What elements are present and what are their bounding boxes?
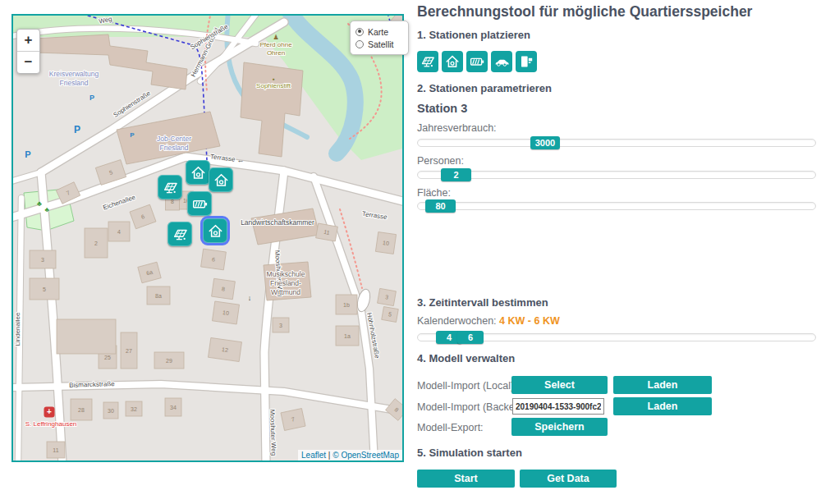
- laden-local-button[interactable]: Laden: [613, 376, 712, 394]
- building: 32: [126, 401, 142, 416]
- osm-link[interactable]: © OpenStreetMap: [333, 451, 399, 460]
- slider-label-flaeche: Fläche:: [417, 187, 451, 199]
- select-button[interactable]: Select: [511, 376, 608, 394]
- section-4-heading: 4. Modell verwalten: [417, 352, 515, 364]
- laden-backend-button[interactable]: Laden: [613, 397, 712, 415]
- slider-jahresverbrauch[interactable]: 3000: [417, 139, 816, 147]
- building: 5: [30, 278, 59, 300]
- model-import-local-label: Modell-Import (Local):: [417, 380, 517, 392]
- map-symbol-icon: P: [130, 131, 135, 139]
- map-symbol-icon: ←: [237, 156, 245, 164]
- map-container[interactable]: 5810723466a58a68101225272928303234111110…: [11, 14, 404, 462]
- station-marker-solar[interactable]: [158, 175, 182, 199]
- building: 6: [201, 249, 227, 270]
- house-number: 12: [222, 346, 229, 353]
- section-3-heading: 3. Zeitintervall bestimmen: [417, 296, 548, 309]
- station-marker-battery[interactable]: [187, 191, 212, 216]
- house-number: 28: [78, 407, 85, 413]
- leaflet-link[interactable]: Leaflet: [301, 451, 326, 460]
- slider-flaeche[interactable]: 80: [417, 202, 816, 210]
- palette-car-button[interactable]: [491, 51, 512, 72]
- building: 3: [273, 318, 289, 332]
- slider-label-personen: Personen:: [417, 155, 464, 167]
- speichern-button[interactable]: Speichern: [511, 418, 608, 436]
- radio-karte-icon[interactable]: [355, 28, 364, 36]
- battery-icon: [469, 53, 485, 70]
- building: 1a: [336, 326, 359, 346]
- house-number: 32: [131, 406, 137, 412]
- zoom-out-button[interactable]: −: [17, 52, 39, 73]
- palette-solar-panel-button[interactable]: [417, 51, 438, 72]
- station-marker-house-selected[interactable]: [203, 218, 227, 243]
- building: 28: [71, 399, 92, 420]
- poi-label: S. Leffringhausen: [25, 420, 77, 428]
- building: 11: [47, 442, 65, 458]
- section-2-heading: 2. Stationen parametrieren: [417, 82, 552, 94]
- map-symbol-icon: +: [47, 407, 52, 416]
- building: 34: [165, 398, 181, 416]
- slider-handle-kw-end[interactable]: 6: [457, 331, 484, 344]
- building: [57, 319, 116, 354]
- building: 2: [85, 228, 108, 258]
- house-number: 3: [41, 257, 44, 263]
- house-number: 5: [43, 286, 46, 292]
- map-symbol-icon: ♟: [273, 34, 278, 41]
- start-button[interactable]: Start: [417, 470, 515, 488]
- kalenderwochen-line: Kalenderwochen: 4 KW - 6 KW: [417, 315, 560, 327]
- house-number: 2: [94, 241, 98, 246]
- building: 1b: [336, 295, 357, 314]
- building: 3: [378, 288, 397, 305]
- street-label: Lindenallee: [14, 312, 21, 346]
- building: 4: [108, 222, 130, 241]
- building: 12: [209, 337, 242, 361]
- map-symbol-icon: P: [25, 149, 30, 159]
- poi-label: Landwirtschaftskammer: [241, 218, 314, 227]
- building: 27: [121, 332, 137, 369]
- get-data-button[interactable]: Get Data: [520, 470, 617, 488]
- slider-handle-jahresverbrauch[interactable]: 3000: [530, 136, 560, 149]
- map-symbol-icon: ●: [272, 76, 274, 81]
- map-symbol-icon: ♣: [37, 199, 42, 208]
- house-number: 25: [104, 355, 111, 360]
- palette-transformer-button[interactable]: [516, 51, 537, 72]
- section-5-heading: 5. Simulation starten: [417, 447, 522, 459]
- building: 8: [212, 278, 236, 299]
- map-layers-control: Karte Satellit: [350, 21, 409, 55]
- model-export-label: Modell-Export:: [417, 422, 484, 433]
- house-number: 11: [53, 447, 58, 453]
- station-marker-solar[interactable]: [167, 222, 192, 246]
- backend-model-input[interactable]: [512, 398, 604, 415]
- station-marker-house[interactable]: [209, 167, 233, 192]
- layer-karte-label: Karte: [368, 27, 388, 37]
- building: 8a: [147, 286, 170, 305]
- house-icon: [444, 53, 461, 70]
- map-symbol-icon: P: [74, 124, 80, 135]
- building: 5: [382, 307, 399, 323]
- building: 29: [154, 352, 184, 369]
- page-title: Berechnungstool für mögliche Quartierssp…: [417, 3, 752, 21]
- house-number: 3: [279, 323, 282, 328]
- layer-option-satellit[interactable]: Satellit: [355, 38, 403, 50]
- palette-battery-button[interactable]: [466, 51, 488, 72]
- slider-personen[interactable]: 2: [417, 171, 816, 179]
- house-number: 30: [108, 408, 114, 414]
- map-symbol-icon: ♣: [44, 206, 49, 213]
- slider-handle-personen[interactable]: 2: [441, 168, 471, 181]
- layer-option-karte[interactable]: Karte: [355, 25, 403, 38]
- section-1-heading: 1. Stationen platzieren: [417, 29, 530, 41]
- poi-label: MusikschuleFriesland-Wittmund: [267, 270, 305, 296]
- radio-satellit-icon[interactable]: [355, 40, 364, 48]
- slider-kalenderwochen[interactable]: 4 6: [417, 333, 816, 341]
- slider-handle-flaeche[interactable]: 80: [425, 199, 456, 213]
- map-symbol-icon: ↓: [248, 294, 252, 302]
- house-number: 1a: [344, 333, 351, 339]
- station-marker-house[interactable]: [186, 160, 210, 185]
- zoom-in-button[interactable]: +: [17, 30, 39, 52]
- building: 10: [212, 301, 239, 324]
- building: 30: [103, 402, 118, 419]
- map-symbol-icon: P: [89, 94, 94, 102]
- transformer-icon: [518, 53, 534, 70]
- building: 10: [375, 232, 396, 254]
- house-number: 27: [126, 348, 132, 354]
- palette-house-button[interactable]: [442, 51, 463, 72]
